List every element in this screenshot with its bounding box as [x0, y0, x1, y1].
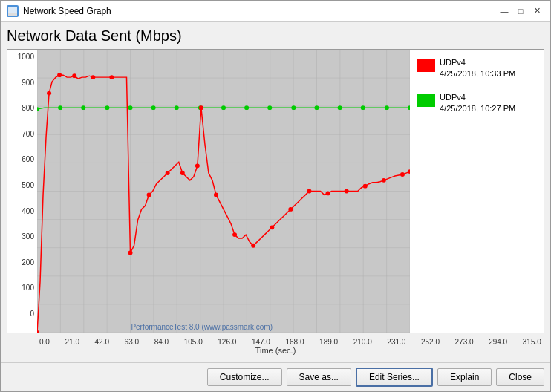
svg-point-67 — [363, 184, 368, 189]
svg-point-33 — [105, 105, 109, 110]
chart-area: 1000 900 800 700 600 500 400 300 200 100… — [7, 49, 544, 333]
y-label-500: 500 — [22, 181, 34, 189]
svg-point-58 — [199, 105, 203, 110]
bottom-bar: Customize... Save as... Edit Series... E… — [1, 362, 550, 391]
y-label-0: 0 — [30, 310, 34, 318]
svg-point-49 — [57, 73, 62, 77]
x-label-63: 63.0 — [125, 338, 139, 346]
svg-point-47 — [37, 330, 39, 333]
title-bar-controls: — □ ✕ — [497, 5, 544, 17]
x-label-315: 315.0 — [523, 338, 541, 346]
x-label-273: 273.0 — [455, 338, 474, 346]
y-label-200: 200 — [22, 258, 34, 267]
x-label-84: 84.0 — [154, 338, 169, 346]
svg-point-48 — [47, 91, 51, 96]
svg-rect-1 — [8, 13, 17, 16]
main-content: Network Data Sent (Mbps) 1000 900 800 70… — [1, 22, 550, 362]
svg-point-35 — [151, 105, 156, 110]
y-label-300: 300 — [22, 232, 34, 241]
title-bar-icon — [7, 5, 19, 17]
svg-point-41 — [291, 105, 296, 110]
svg-point-44 — [361, 105, 365, 110]
svg-point-31 — [58, 105, 62, 110]
svg-point-65 — [326, 192, 330, 196]
svg-point-64 — [307, 189, 311, 194]
svg-point-66 — [345, 189, 349, 194]
chart-title: Network Data Sent (Mbps) — [7, 27, 544, 45]
y-label-600: 600 — [22, 155, 34, 163]
x-label-147: 147.0 — [252, 338, 270, 346]
title-bar-title: Network Speed Graph — [23, 6, 492, 16]
watermark: PerformanceTest 8.0 (www.passmark.com) — [131, 323, 273, 331]
legend-text-red: UDPv4 4/25/2018, 10:33 PM — [440, 57, 515, 80]
legend-item-red: UDPv4 4/25/2018, 10:33 PM — [417, 57, 536, 80]
svg-point-60 — [232, 232, 237, 237]
x-label-294: 294.0 — [489, 338, 507, 346]
svg-point-52 — [109, 75, 114, 79]
y-axis: 1000 900 800 700 600 500 400 300 200 100… — [7, 50, 37, 333]
y-label-700: 700 — [22, 130, 34, 138]
svg-point-63 — [288, 207, 293, 212]
svg-point-55 — [166, 171, 170, 175]
chart-svg — [37, 50, 410, 333]
x-label-126: 126.0 — [218, 338, 236, 346]
svg-point-53 — [128, 251, 132, 255]
title-bar: Network Speed Graph — □ ✕ — [1, 1, 550, 22]
svg-point-43 — [338, 105, 342, 110]
svg-point-61 — [251, 244, 255, 248]
x-label-231: 231.0 — [387, 338, 405, 346]
svg-point-69 — [400, 172, 405, 177]
minimize-button[interactable]: — — [497, 5, 512, 17]
legend-item-green: UDPv4 4/25/2018, 10:27 PM — [417, 92, 536, 115]
y-label-800: 800 — [22, 104, 34, 112]
legend-color-red — [417, 59, 435, 72]
y-label-1000: 1000 — [18, 53, 34, 61]
y-label-100: 100 — [22, 284, 34, 292]
x-label-0: 0.0 — [39, 338, 50, 346]
legend-text-green: UDPv4 4/25/2018, 10:27 PM — [440, 92, 515, 115]
x-axis-labels: 0.0 21.0 42.0 63.0 84.0 105.0 126.0 147.… — [7, 336, 544, 346]
svg-point-56 — [180, 171, 185, 175]
x-label-168: 168.0 — [286, 338, 304, 346]
x-label-105: 105.0 — [184, 338, 203, 346]
svg-point-39 — [244, 105, 249, 110]
save-as-button[interactable]: Save as... — [287, 368, 351, 386]
explain-button[interactable]: Explain — [437, 368, 492, 386]
legend-area: UDPv4 4/25/2018, 10:33 PM UDPv4 4/25/201… — [410, 50, 544, 333]
svg-point-70 — [408, 169, 410, 174]
svg-point-34 — [128, 105, 132, 110]
y-label-400: 400 — [22, 207, 34, 215]
edit-series-button[interactable]: Edit Series... — [356, 368, 433, 387]
close-window-button[interactable]: ✕ — [529, 5, 544, 17]
svg-point-36 — [175, 105, 179, 110]
svg-rect-0 — [8, 7, 17, 13]
svg-point-45 — [385, 105, 389, 110]
svg-point-57 — [195, 163, 200, 168]
x-label-21: 21.0 — [65, 338, 79, 346]
svg-point-32 — [81, 105, 85, 110]
svg-point-68 — [382, 178, 386, 183]
close-button[interactable]: Close — [496, 368, 544, 386]
x-label-252: 252.0 — [421, 338, 440, 346]
svg-point-38 — [221, 105, 226, 110]
svg-point-42 — [314, 105, 319, 110]
customize-button[interactable]: Customize... — [207, 368, 282, 386]
y-label-900: 900 — [22, 79, 34, 87]
svg-point-54 — [147, 192, 151, 197]
legend-color-green — [417, 94, 435, 107]
svg-point-40 — [267, 105, 272, 110]
svg-point-50 — [72, 74, 76, 78]
svg-point-62 — [270, 225, 274, 229]
x-label-189: 189.0 — [319, 338, 338, 346]
chart-plot-area: PerformanceTest 8.0 (www.passmark.com) — [37, 50, 410, 333]
x-label-42: 42.0 — [95, 338, 109, 346]
svg-point-51 — [91, 75, 95, 79]
x-axis-title: Time (sec.) — [7, 346, 544, 356]
svg-point-30 — [37, 107, 39, 111]
x-label-210: 210.0 — [353, 338, 372, 346]
maximize-button[interactable]: □ — [513, 5, 528, 17]
svg-point-59 — [214, 192, 218, 197]
